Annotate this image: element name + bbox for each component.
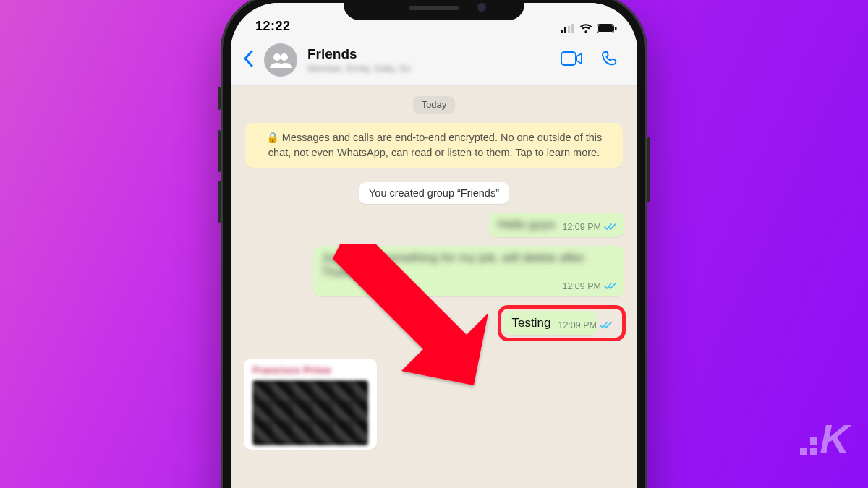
svg-rect-1 xyxy=(564,27,566,33)
encryption-text: Messages and calls are end-to-end encryp… xyxy=(268,132,602,158)
svg-rect-5 xyxy=(598,25,613,32)
message-out-highlighted[interactable]: Testing 12:09 PM xyxy=(503,311,597,335)
video-call-button[interactable] xyxy=(553,51,590,69)
message-out[interactable]: Just doing something for my job, will de… xyxy=(313,246,624,296)
video-camera-icon xyxy=(561,51,582,66)
message-time: 12:09 PM xyxy=(562,222,601,232)
logo-letter: K xyxy=(820,415,846,462)
notch-camera xyxy=(477,3,486,12)
highlight-annotation: Testing 12:09 PM xyxy=(498,305,626,341)
phone-power-button xyxy=(647,137,650,202)
voice-call-button[interactable] xyxy=(594,50,626,70)
wifi-icon xyxy=(579,24,592,33)
svg-point-7 xyxy=(273,53,281,61)
message-sender-blurred: Francisco Prime xyxy=(252,364,368,376)
svg-rect-9 xyxy=(561,52,576,65)
message-image-blurred xyxy=(252,380,368,445)
message-text: Testing xyxy=(512,316,551,330)
chat-title: Friends xyxy=(307,46,549,62)
read-ticks-icon xyxy=(604,282,617,291)
phone-screen: 12:22 Friends Member, Emily, Sally, So xyxy=(231,3,637,488)
svg-point-8 xyxy=(281,53,288,61)
cellular-icon xyxy=(561,24,575,33)
battery-icon xyxy=(597,24,617,33)
lock-icon: 🔒 xyxy=(266,132,279,143)
svg-rect-2 xyxy=(568,26,570,33)
phone-mute-switch xyxy=(218,87,221,110)
chat-subtitle: Member, Emily, Sally, So xyxy=(307,63,549,74)
message-text-blurred: Just doing something for my job, will de… xyxy=(322,251,617,280)
status-indicators xyxy=(561,24,617,33)
chevron-left-icon xyxy=(242,50,254,67)
message-in[interactable]: Francisco Prime xyxy=(244,359,377,450)
watermark-logo: K xyxy=(800,415,846,462)
status-time: 12:22 xyxy=(255,18,291,33)
phone-vol-down xyxy=(218,181,221,223)
read-ticks-icon xyxy=(604,223,617,231)
read-ticks-icon xyxy=(600,321,613,330)
logo-dots xyxy=(800,437,817,455)
phone-vol-up xyxy=(218,130,221,172)
date-separator: Today xyxy=(413,96,456,113)
back-button[interactable] xyxy=(239,47,257,73)
message-time: 12:09 PM xyxy=(562,281,601,291)
phone-icon xyxy=(601,50,618,67)
chat-body[interactable]: Today 🔒Messages and calls are end-to-end… xyxy=(231,86,637,464)
svg-rect-0 xyxy=(561,30,563,33)
svg-rect-3 xyxy=(571,24,574,33)
encryption-notice[interactable]: 🔒Messages and calls are end-to-end encry… xyxy=(245,123,623,168)
people-icon xyxy=(270,52,292,68)
message-time: 12:09 PM xyxy=(558,320,597,330)
phone-frame: 12:22 Friends Member, Emily, Sally, So xyxy=(221,0,647,488)
message-out[interactable]: Hello guys 12:09 PM xyxy=(489,213,624,237)
svg-rect-6 xyxy=(615,27,617,30)
system-message: You created group “Friends” xyxy=(359,182,509,204)
chat-title-block[interactable]: Friends Member, Emily, Sally, So xyxy=(307,46,549,74)
message-text-blurred: Hello guys xyxy=(498,218,555,232)
group-avatar[interactable] xyxy=(264,43,297,77)
notch-speaker xyxy=(409,6,459,10)
chat-header: Friends Member, Emily, Sally, So xyxy=(231,36,637,86)
